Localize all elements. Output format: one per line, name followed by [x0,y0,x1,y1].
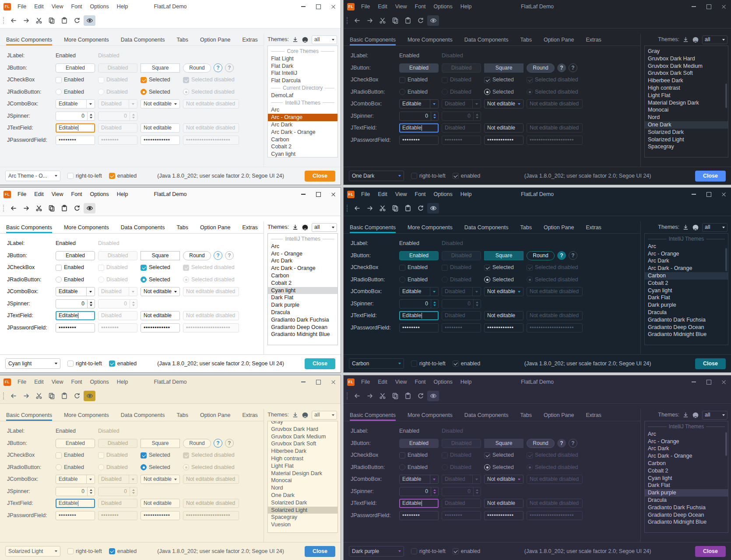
minimize-button[interactable] [686,188,701,201]
jpasswordfield-not-editable[interactable]: •••••••••••• [141,511,180,520]
jcombobox-not-editable[interactable]: Not editable [141,475,180,484]
cut-button[interactable] [376,391,388,401]
tab-tabs[interactable]: Tabs [177,34,188,46]
close-button[interactable]: Close [305,171,335,182]
jcheckbox-enabled[interactable]: Enabled [399,452,428,458]
theme-list-item[interactable]: Light Flat [268,462,337,470]
forward-button[interactable] [364,15,376,26]
jpasswordfield-enabled[interactable]: •••••••• [56,136,95,145]
jpasswordfield-enabled[interactable]: •••••••• [399,323,439,332]
jcheckbox-selected[interactable]: Selected [484,264,514,271]
menu-options[interactable]: Options [430,375,457,388]
tab-data-components[interactable]: Data Components [464,222,509,233]
theme-list-item[interactable]: Hiberbee Dark [268,448,337,455]
scrollbar-thumb[interactable] [725,84,727,108]
theme-list-item[interactable]: Solarized Dark [645,129,728,136]
tab-basic-components[interactable]: Basic Components [6,410,52,421]
jtextfield-not-editable[interactable]: Not editable [141,499,180,508]
jbutton-round[interactable]: Round [527,251,555,260]
paste-button[interactable] [58,391,70,401]
jspinner-enabled[interactable]: 0 [56,487,95,496]
theme-filter-select[interactable]: all [312,411,337,420]
paste-button[interactable] [58,203,70,214]
maximize-button[interactable] [311,188,326,201]
jradiobutton-enabled[interactable]: Enabled [56,89,84,95]
menu-options[interactable]: Options [430,0,457,13]
tab-data-components[interactable]: Data Components [121,34,165,46]
theme-list-item[interactable]: Gradianto Dark Fuchsia [268,316,337,324]
eye-toggle-button[interactable] [84,391,95,401]
menu-edit[interactable]: Edit [30,375,48,388]
toolbar-grip[interactable] [3,205,4,212]
help-button[interactable]: ? [214,439,222,448]
jbutton-round[interactable]: Round [527,63,555,73]
jcombobox-editable[interactable]: Editable [56,99,95,108]
theme-list-item[interactable]: Cobalt 2 [645,467,728,475]
refresh-button[interactable] [415,15,426,26]
theme-list-item[interactable]: Nord [645,114,728,121]
theme-list-item[interactable]: Cobalt 2 [268,143,337,150]
theme-list-item[interactable]: Cyan light [645,475,728,482]
enabled-checkbox[interactable]: enabled [109,173,137,179]
menu-file[interactable]: File [14,375,30,388]
jbutton-square[interactable]: Square [141,251,180,260]
right-to-left-checkbox[interactable]: right-to-left [411,548,446,555]
jpasswordfield-not-editable[interactable]: •••••••••••• [141,136,180,145]
tab-basic-components[interactable]: Basic Components [350,410,396,421]
jspinner-enabled[interactable]: 0 [56,299,95,308]
forward-button[interactable] [364,203,376,214]
theme-list-item[interactable]: High contrast [268,455,337,462]
back-button[interactable] [351,391,363,401]
right-to-left-checkbox[interactable]: right-to-left [67,173,102,179]
jcheckbox-enabled[interactable]: Enabled [56,77,84,83]
menu-view[interactable]: View [391,0,411,13]
theme-list-item[interactable]: Arc Dark [645,257,728,265]
theme-list-item[interactable]: One Dark [268,492,337,499]
help-button[interactable]: ? [557,439,566,448]
jcheckbox-selected[interactable]: Selected [141,264,170,271]
theme-filter-select[interactable]: all [702,35,727,44]
menu-options[interactable]: Options [86,0,113,13]
minimize-button[interactable] [296,375,311,388]
refresh-button[interactable] [71,15,83,26]
jradiobutton-enabled[interactable]: Enabled [56,464,84,471]
theme-list-item[interactable]: Dracula [645,309,728,316]
theme-list-item[interactable]: Monocai [268,477,337,484]
tab-extras[interactable]: Extras [242,34,257,46]
toolbar-grip[interactable] [3,392,4,399]
jradiobutton-selected[interactable]: Selected [484,276,514,283]
theme-list-item[interactable]: Flat Darcula [268,77,337,84]
scrollbar-thumb[interactable] [725,248,727,271]
paste-button[interactable] [58,15,70,26]
maximize-button[interactable] [701,188,716,201]
jtextfield-not-editable[interactable]: Not editable [141,123,180,133]
theme-list-item[interactable]: Dark purple [645,301,728,309]
theme-list-item[interactable]: Arc [268,243,337,250]
theme-list-item[interactable]: Arc Dark [268,121,337,129]
cut-button[interactable] [33,203,45,214]
menu-options[interactable]: Options [430,188,457,201]
github-icon[interactable] [692,36,699,43]
eye-toggle-button[interactable] [84,203,95,214]
tab-more-components[interactable]: More Components [64,222,109,233]
theme-list-item[interactable]: Arc Dark [645,445,728,452]
menu-help[interactable]: Help [113,375,132,388]
theme-list-item[interactable]: Dark Flat [645,294,728,301]
jcheckbox-selected[interactable]: Selected [141,77,170,83]
jbutton-square[interactable]: Square [141,439,180,448]
jcheckbox-selected[interactable]: Selected [484,452,514,458]
scrollbar-thumb[interactable] [725,432,727,455]
jbutton-square[interactable]: Square [484,439,524,448]
theme-list-item[interactable]: Arc [645,243,728,250]
forward-button[interactable] [20,15,32,26]
close-window-button[interactable] [326,0,341,13]
theme-list-item[interactable]: Arc Dark - Orange [268,129,337,136]
theme-list-item[interactable]: Flat Light [268,55,337,63]
theme-list-item[interactable]: Gruvbox Dark Hard [268,426,337,433]
forward-button[interactable] [20,391,32,401]
tab-extras[interactable]: Extras [242,410,257,421]
jcombobox-not-editable[interactable]: Not editable [484,287,524,296]
theme-list-item[interactable]: Arc - Orange [645,438,728,445]
theme-list-item[interactable]: Carbon [645,272,728,280]
menu-help[interactable]: Help [457,0,476,13]
